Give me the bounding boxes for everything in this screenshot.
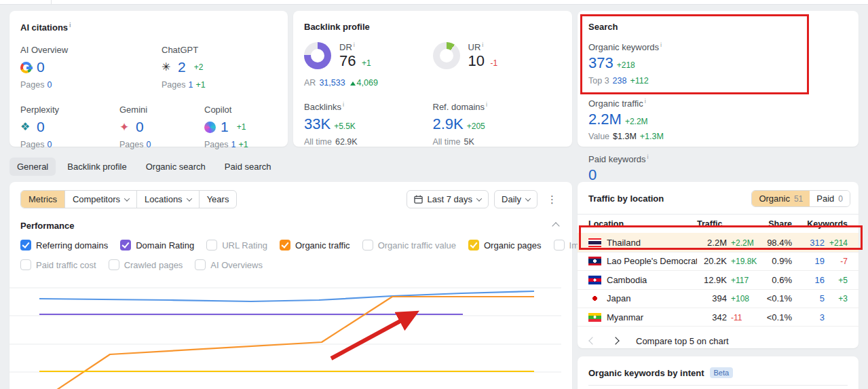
checkbox-organic-pages[interactable]: Organic pages <box>468 240 542 251</box>
checkbox-organic-traffic[interactable]: Organic traffic <box>280 240 350 251</box>
citations-value-link[interactable]: 0 <box>136 119 144 135</box>
share-value: <0.1% <box>761 312 792 322</box>
info-icon[interactable] <box>486 101 487 108</box>
citations-value-link[interactable]: 1 <box>221 119 229 135</box>
performance-panel: MetricsCompetitorsLocationsYears Last 7 … <box>10 182 572 389</box>
search-card: Search Organic keywords373+218Top 3238+1… <box>578 11 858 147</box>
pages-value-link[interactable]: 1 <box>231 140 235 149</box>
traffic-row-thailand[interactable]: Thailand2.2M+2.2M98.4%312+214 <box>578 233 858 252</box>
keywords-value-link[interactable]: 312 <box>810 238 825 248</box>
pages-value-link[interactable]: 0 <box>47 140 52 149</box>
info-icon[interactable] <box>645 98 646 105</box>
search-metric-organic-traffic: Organic traffic2.2M+2.2MValue$1.3M+1.3M <box>588 98 727 142</box>
citations-value-link[interactable]: 0 <box>37 59 45 75</box>
series-organic-traffic <box>55 297 534 389</box>
keywords-value-link[interactable]: 5 <box>820 293 825 303</box>
tab-paid-search[interactable]: Paid search <box>217 158 279 176</box>
google-icon <box>20 62 32 73</box>
granularity-button[interactable]: Daily <box>494 190 537 208</box>
pagination-prev-icon[interactable] <box>588 337 596 344</box>
ur-label: UR <box>468 42 484 52</box>
intent-title: Organic keywords by intent <box>588 368 704 378</box>
share-value: 98.4% <box>761 238 792 248</box>
ai-source-label: Copilot <box>204 105 277 115</box>
dr-value: 76 <box>339 52 356 69</box>
domain-rating-donut <box>304 42 331 69</box>
perplexity-icon <box>20 122 32 133</box>
info-icon[interactable] <box>354 41 355 48</box>
date-range-button[interactable]: Last 7 days <box>407 190 489 208</box>
red-arrow-annotation <box>331 314 414 358</box>
location-name: Japan <box>607 293 697 303</box>
dr-label: DR <box>339 42 355 52</box>
traffic-change: +108 <box>731 294 749 303</box>
checkbox-icon <box>554 240 565 251</box>
backlinks-label: Backlinks <box>304 101 433 112</box>
keywords-value-link[interactable]: 19 <box>815 256 825 266</box>
metric-value-link[interactable]: 2.2M <box>588 111 622 128</box>
keywords-change: +214 <box>825 238 848 248</box>
metric-label: Organic traffic <box>588 98 727 109</box>
tab-general[interactable]: General <box>10 158 56 176</box>
citations-value-link[interactable]: 2 <box>178 59 186 75</box>
thailand-flag-icon <box>588 238 601 247</box>
checkbox-url-rating[interactable]: URL Rating <box>206 240 267 251</box>
backlinks-value-link[interactable]: 33K <box>304 115 331 132</box>
pagination-next-icon[interactable] <box>611 337 619 344</box>
more-options-kebab-icon[interactable]: ⋮ <box>543 192 561 207</box>
citations-value-link[interactable]: 0 <box>37 119 45 135</box>
info-icon[interactable] <box>647 153 649 160</box>
segment-competitors[interactable]: Competitors <box>65 191 137 208</box>
checkbox-referring-domains[interactable]: Referring domains <box>20 240 108 251</box>
info-icon[interactable] <box>660 41 662 48</box>
ai-citation-chatgpt: ChatGPT2+2Pages1+1 <box>162 45 277 90</box>
toggle-paid[interactable]: Paid0 <box>810 191 850 206</box>
url-rating-donut <box>433 42 460 69</box>
checkbox-organic-traffic-value[interactable]: Organic traffic value <box>362 240 456 251</box>
segment-metrics[interactable]: Metrics <box>21 191 65 208</box>
checkbox-label: URL Rating <box>222 240 267 251</box>
pages-value-link[interactable]: 0 <box>146 140 151 149</box>
organic-keywords-by-intent-panel: Organic keywords by intent Beta <box>578 356 858 389</box>
segment-years[interactable]: Years <box>200 191 237 208</box>
pages-value-link[interactable]: 1 <box>188 80 193 90</box>
collapse-section-icon[interactable] <box>552 222 559 229</box>
pages-line: Pages1+1 <box>162 80 277 90</box>
info-icon[interactable] <box>69 22 71 29</box>
traffic-row-myanmar[interactable]: Myanmar342-11<0.1%3 <box>578 308 858 327</box>
keywords-value-link[interactable]: 16 <box>815 275 825 285</box>
traffic-change: +19.8K <box>731 257 757 266</box>
metric-subline: Top 3238+112 <box>588 76 727 86</box>
metric-value-link[interactable]: 373 <box>588 54 614 71</box>
ur-value: 10 <box>468 52 485 69</box>
traffic-change: -11 <box>731 313 742 322</box>
share-value: 0.9% <box>761 256 792 266</box>
pages-line: Pages0 <box>119 140 204 149</box>
segment-locations[interactable]: Locations <box>137 191 200 208</box>
info-icon[interactable] <box>482 41 483 48</box>
traffic-row-cambodia[interactable]: Cambodia12.9K+1170.6%16+5 <box>578 270 858 289</box>
keywords-value-link[interactable]: 3 <box>820 312 825 322</box>
checkbox-domain-rating[interactable]: Domain Rating <box>120 240 194 251</box>
info-icon[interactable] <box>343 101 344 108</box>
metric-value-link[interactable]: 0 <box>588 166 597 183</box>
tab-backlink-profile[interactable]: Backlink profile <box>60 158 134 176</box>
pages-value-link[interactable]: 0 <box>47 80 52 90</box>
copilot-icon <box>204 122 216 133</box>
arrow-up-icon <box>350 81 356 86</box>
checkbox-icon <box>206 240 217 251</box>
metric-change: +2.2M <box>625 117 648 126</box>
toggle-organic[interactable]: Organic51 <box>752 191 810 206</box>
ahrefs-rank-line: AR31,5334,069 <box>304 78 433 88</box>
traffic-row-japan[interactable]: Japan394+108<0.1%5+3 <box>578 289 858 308</box>
gemini-icon <box>119 122 131 133</box>
compare-top5-link[interactable]: Compare top 5 on chart <box>636 336 729 346</box>
ar-value-link[interactable]: 31,533 <box>319 78 345 88</box>
traffic-table-body: Thailand2.2M+2.2M98.4%312+214Lao People'… <box>578 233 858 327</box>
traffic-change: +117 <box>731 276 749 285</box>
chart-series-lines <box>39 291 534 389</box>
checkbox-icon <box>280 240 290 251</box>
ref-domains-value-link[interactable]: 2.9K <box>433 115 464 132</box>
tab-organic-search[interactable]: Organic search <box>138 158 213 176</box>
traffic-row-lao[interactable]: Lao People's Democratic Reput20.2K+19.8K… <box>578 252 858 271</box>
